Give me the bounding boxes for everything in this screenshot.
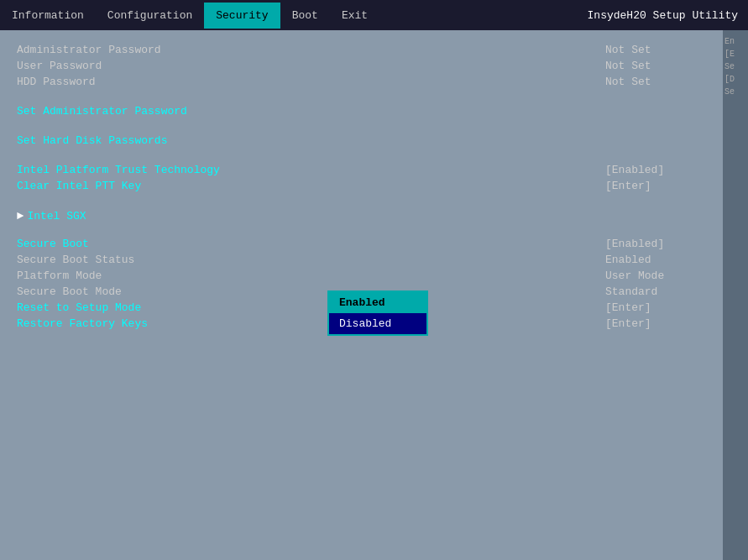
user-password-label: User Password: [17, 60, 252, 72]
secure-boot-label[interactable]: Secure Boot: [17, 238, 252, 250]
menu-security[interactable]: Security: [204, 3, 280, 29]
menu-information[interactable]: Information: [0, 3, 96, 29]
secure-boot-mode-label: Secure Boot Mode: [17, 285, 252, 298]
intel-ptt-label[interactable]: Intel Platform Trust Technology: [17, 164, 252, 176]
intel-ptt-section: Intel Platform Trust Technology [Enabled…: [17, 164, 706, 192]
platform-mode-label: Platform Mode: [17, 270, 252, 282]
secure-boot-status-value: Enabled: [605, 254, 706, 266]
secure-boot-status-row: Secure Boot Status Enabled: [17, 254, 706, 266]
passwords-section: Administrator Password Not Set User Pass…: [17, 44, 706, 88]
menu-bar: Information Configuration Security Boot …: [0, 0, 748, 30]
set-admin-label[interactable]: Set Administrator Password: [17, 105, 252, 118]
dropdown-disabled[interactable]: Disabled: [329, 313, 426, 334]
set-hdd-section: Set Hard Disk Passwords: [17, 134, 706, 147]
secure-boot-status-label: Secure Boot Status: [17, 254, 252, 266]
restore-factory-value: [Enter]: [605, 317, 706, 330]
intel-ptt-value: [Enabled]: [605, 164, 706, 176]
intel-ptt-row[interactable]: Intel Platform Trust Technology [Enabled…: [17, 164, 706, 176]
utility-title: InsydeH20 Setup Utility: [588, 9, 738, 22]
hdd-password-value: Not Set: [605, 76, 706, 88]
menu-boot[interactable]: Boot: [280, 3, 330, 29]
clear-ptt-row[interactable]: Clear Intel PTT Key [Enter]: [17, 180, 706, 192]
menu-exit[interactable]: Exit: [330, 3, 379, 29]
clear-ptt-label[interactable]: Clear Intel PTT Key: [17, 180, 252, 192]
admin-password-value: Not Set: [605, 44, 706, 56]
platform-mode-value: User Mode: [605, 270, 706, 282]
sidebar-text-2: [E: [724, 50, 746, 59]
restore-factory-label[interactable]: Restore Factory Keys: [17, 317, 252, 330]
set-hdd-row[interactable]: Set Hard Disk Passwords: [17, 134, 706, 147]
set-admin-section: Set Administrator Password: [17, 105, 706, 118]
user-password-row: User Password Not Set: [17, 60, 706, 72]
user-password-value: Not Set: [605, 60, 706, 72]
menu-configuration[interactable]: Configuration: [96, 3, 204, 29]
sidebar-text-4: [D: [724, 75, 746, 84]
sidebar-text-3: Se: [724, 62, 746, 71]
left-panel: Administrator Password Not Set User Pass…: [0, 30, 723, 560]
admin-password-row: Administrator Password Not Set: [17, 44, 706, 56]
set-admin-row[interactable]: Set Administrator Password: [17, 105, 706, 118]
hdd-password-label: HDD Password: [17, 76, 252, 88]
secure-boot-mode-value: Standard: [605, 285, 706, 298]
sidebar-text-1: En: [724, 37, 746, 46]
admin-password-label: Administrator Password: [17, 44, 252, 56]
main-content: Administrator Password Not Set User Pass…: [0, 30, 748, 560]
sgx-arrow-icon: ►: [17, 209, 24, 222]
right-sidebar: En [E Se [D Se: [723, 30, 748, 560]
intel-sgx-label[interactable]: Intel SGX: [27, 210, 262, 222]
set-hdd-label[interactable]: Set Hard Disk Passwords: [17, 134, 252, 147]
secure-boot-row[interactable]: Secure Boot [Enabled]: [17, 238, 706, 250]
secure-boot-dropdown[interactable]: Enabled Disabled: [327, 290, 428, 336]
clear-ptt-value: [Enter]: [605, 180, 706, 192]
dropdown-enabled[interactable]: Enabled: [329, 292, 426, 313]
secure-boot-value: [Enabled]: [605, 238, 706, 250]
hdd-password-row: HDD Password Not Set: [17, 76, 706, 88]
platform-mode-row: Platform Mode User Mode: [17, 270, 706, 282]
reset-setup-value: [Enter]: [605, 301, 706, 314]
reset-setup-label[interactable]: Reset to Setup Mode: [17, 301, 252, 314]
intel-sgx-section[interactable]: ► Intel SGX: [17, 209, 706, 222]
sidebar-text-5: Se: [724, 87, 746, 97]
